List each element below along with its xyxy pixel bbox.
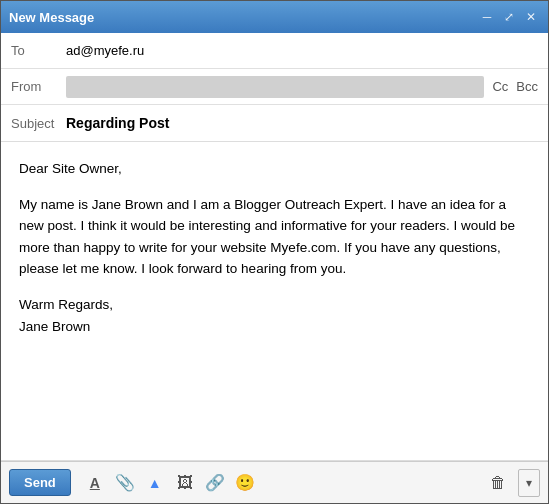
- subject-value[interactable]: Regarding Post: [66, 115, 538, 131]
- delete-button[interactable]: 🗑: [484, 469, 512, 497]
- drive-icon: ▲: [148, 475, 162, 491]
- subject-label: Subject: [11, 116, 66, 131]
- from-label: From: [11, 79, 66, 94]
- toolbar-right: 🗑 ▾: [484, 469, 540, 497]
- subject-row: Subject Regarding Post: [1, 105, 548, 141]
- send-button[interactable]: Send: [9, 469, 71, 496]
- link-icon: 🔗: [205, 473, 225, 492]
- link-button[interactable]: 🔗: [201, 469, 229, 497]
- drive-button[interactable]: ▲: [141, 469, 169, 497]
- attach-button[interactable]: 📎: [111, 469, 139, 497]
- email-body: Dear Site Owner, My name is Jane Brown a…: [19, 158, 530, 337]
- minimize-button[interactable]: ─: [478, 8, 496, 26]
- from-row: From Cc Bcc: [1, 69, 548, 105]
- to-value[interactable]: ad@myefe.ru: [66, 43, 538, 58]
- photo-icon: 🖼: [177, 474, 193, 492]
- maximize-button[interactable]: ⤢: [500, 8, 518, 26]
- font-icon: A: [90, 475, 100, 491]
- compose-window: New Message ─ ⤢ ✕ To ad@myefe.ru From Cc…: [0, 0, 549, 504]
- more-options-button[interactable]: ▾: [518, 469, 540, 497]
- emoji-button[interactable]: 🙂: [231, 469, 259, 497]
- from-input[interactable]: [66, 76, 484, 98]
- title-bar: New Message ─ ⤢ ✕: [1, 1, 548, 33]
- attach-icon: 📎: [115, 473, 135, 492]
- more-icon: ▾: [526, 476, 532, 490]
- window-title: New Message: [9, 10, 94, 25]
- bcc-link[interactable]: Bcc: [516, 79, 538, 94]
- font-format-button[interactable]: A: [81, 469, 109, 497]
- greeting: Dear Site Owner,: [19, 158, 530, 180]
- close-button[interactable]: ✕: [522, 8, 540, 26]
- photo-button[interactable]: 🖼: [171, 469, 199, 497]
- to-row: To ad@myefe.ru: [1, 33, 548, 69]
- signature-name: Jane Brown: [19, 319, 90, 334]
- email-body-section[interactable]: Dear Site Owner, My name is Jane Brown a…: [1, 142, 548, 461]
- emoji-icon: 🙂: [235, 473, 255, 492]
- delete-icon: 🗑: [490, 474, 506, 492]
- body-paragraph: My name is Jane Brown and I am a Blogger…: [19, 194, 530, 280]
- to-label: To: [11, 43, 66, 58]
- compose-toolbar: Send A 📎 ▲ 🖼 🔗 🙂 🗑 ▾: [1, 461, 548, 503]
- closing-text: Warm Regards,: [19, 297, 113, 312]
- window-controls: ─ ⤢ ✕: [478, 8, 540, 26]
- header-section: To ad@myefe.ru From Cc Bcc Subject Regar…: [1, 33, 548, 142]
- closing-signature: Warm Regards, Jane Brown: [19, 294, 530, 337]
- cc-bcc-container: Cc Bcc: [492, 79, 538, 94]
- cc-link[interactable]: Cc: [492, 79, 508, 94]
